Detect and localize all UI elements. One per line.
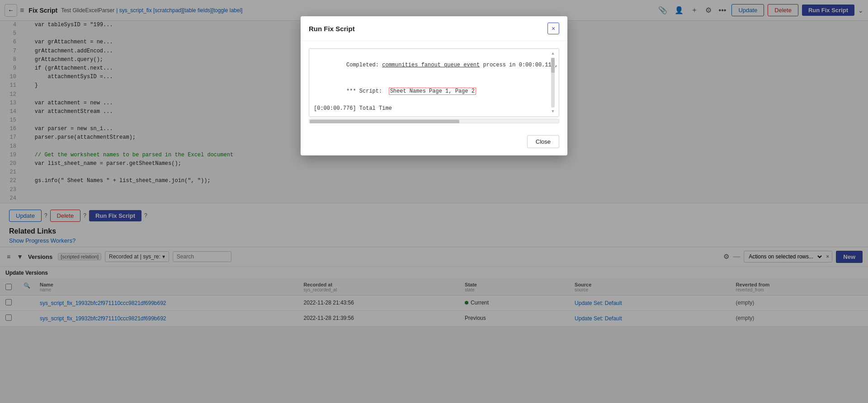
scrollbar-track [551, 58, 555, 108]
output-line-1: Completed: communities fanout queue even… [314, 52, 554, 79]
modal-close-btn[interactable]: Close [527, 135, 559, 148]
scrollbar-area: ▲ ▼ [551, 51, 555, 115]
output-boxed-text: Sheet Names Page 1, Page 2 [389, 88, 476, 95]
run-fix-script-modal: Run Fix Script × Completed: communities … [301, 16, 567, 155]
horizontal-scrollbar-track [309, 119, 559, 123]
output-highlighted-text: communities fanout queue event [382, 62, 480, 68]
scrollbar-thumb[interactable] [551, 58, 555, 73]
modal-overlay: Run Fix Script × Completed: communities … [0, 0, 868, 326]
modal-header: Run Fix Script × [301, 16, 567, 41]
scroll-down-arrow[interactable]: ▼ [552, 108, 554, 115]
modal-close-button[interactable]: × [547, 23, 559, 34]
scroll-up-arrow[interactable]: ▲ [552, 51, 554, 57]
output-line-3: [0:00:00.776] Total Time [314, 104, 554, 113]
modal-body: Completed: communities fanout queue even… [301, 41, 567, 131]
horizontal-scrollbar-thumb[interactable] [310, 120, 459, 123]
modal-footer: Close [301, 131, 567, 155]
modal-title: Run Fix Script [309, 25, 355, 33]
modal-output: Completed: communities fanout queue even… [309, 48, 559, 117]
output-line-2: *** Script: Sheet Names Page 1, Page 2 [314, 79, 554, 105]
